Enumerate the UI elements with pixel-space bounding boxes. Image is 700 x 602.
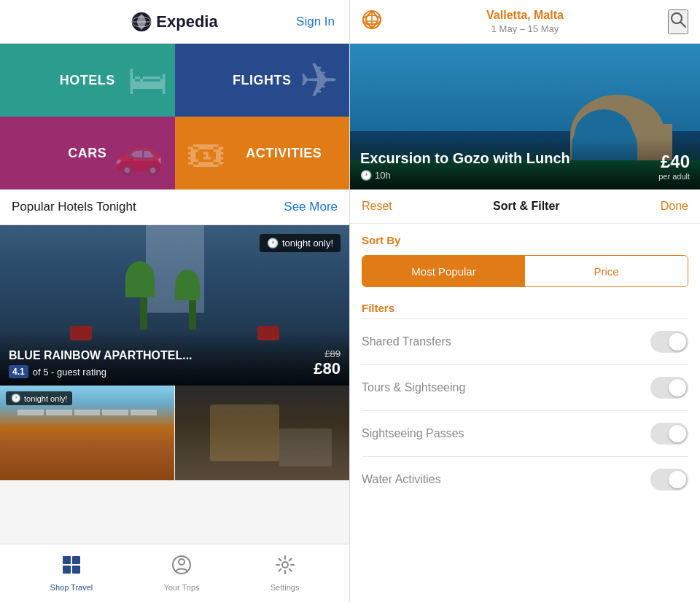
see-more-button[interactable]: See More [284,200,338,214]
filter-shared-transfers: Shared Transfers [362,318,688,364]
activities-tile[interactable]: 🎟 ACTIVITIES [175,117,350,189]
svg-rect-7 [72,566,80,574]
nav-your-trips[interactable]: Your Trips [163,555,199,592]
most-popular-label: Most Popular [411,265,475,278]
filters-label: Filters [362,302,688,314]
logo-area: Expedia [131,12,217,32]
price-per: per adult [658,172,690,181]
destination-info: Valletta, Malta 1 May – 15 May [486,9,564,34]
toggle-knob [669,333,686,351]
sightseeing-passes-label: Sightseeing Passes [362,427,464,440]
svg-rect-5 [72,556,80,564]
activity-card[interactable]: Excursion to Gozo with Lunch 🕐 10h £40 p… [350,44,700,189]
thumb-tonight-badge: 🕐 tonight only! [6,391,72,405]
tonight-only-badge: 🕐 tonight only! [260,234,341,252]
thumb-clock-icon: 🕐 [11,394,21,403]
flights-icon: ✈ [299,53,338,108]
hotels-label: HOTELS [60,73,115,88]
sort-price[interactable]: Price [525,256,688,286]
logo-text: Expedia [156,12,217,31]
hotels-tile[interactable]: 🛏 HOTELS [0,44,175,117]
activity-price: £40 per adult [658,152,690,181]
shop-travel-icon [61,555,82,580]
toggle-knob-4 [669,471,686,488]
cars-tile[interactable]: 🚗 CARS [0,117,175,189]
svg-point-9 [179,559,184,565]
svg-point-10 [282,562,288,568]
sort-toggle: Most Popular Price [362,255,688,287]
water-activities-label: Water Activities [362,473,441,486]
sort-by-label: Sort By [362,234,688,246]
app-header: Expedia Sign In [0,0,349,44]
activities-label: ACTIVITIES [246,146,322,161]
shared-transfers-toggle[interactable] [650,331,688,353]
clock-icon: 🕐 [267,238,279,249]
thumb-badge-text: tonight only! [24,394,67,403]
hotels-icon: 🛏 [128,57,168,103]
reset-button[interactable]: Reset [362,200,392,213]
sort-by-section: Sort By Most Popular Price [350,224,700,294]
right-header: Valletta, Malta 1 May – 15 May [350,0,700,44]
water-activities-toggle[interactable] [650,469,688,490]
done-button[interactable]: Done [661,200,688,213]
sightseeing-passes-toggle[interactable] [650,423,688,445]
destination-name: Valletta, Malta [486,9,564,22]
price-amount: £40 [658,152,690,172]
sort-filter-bar: Reset Sort & Filter Done [350,189,700,224]
flights-label: FLIGHTS [233,73,292,88]
flights-tile[interactable]: ✈ FLIGHTS [175,44,350,117]
hotel-thumb-2[interactable] [175,386,349,480]
hotels-list: 🕐 tonight only! BLUE RAINBOW APARTHOTEL.… [0,225,349,544]
sort-most-popular[interactable]: Most Popular [362,256,525,286]
popular-hotels-section: Popular Hotels Tonight See More [0,189,349,225]
svg-rect-4 [63,556,71,564]
filter-sightseeing-passes: Sightseeing Passes [362,410,688,456]
hotel-name: BLUE RAINBOW APARTHOTEL... [9,349,341,362]
rating-badge: 4.1 [9,365,28,378]
category-grid: 🛏 HOTELS ✈ FLIGHTS 🚗 CARS 🎟 ACTIVITIES [0,44,349,189]
cars-icon: 🚗 [114,130,164,177]
sort-filter-title: Sort & Filter [493,200,560,213]
tours-sightseeing-toggle[interactable] [650,377,688,399]
toggle-knob-2 [669,379,686,396]
hotel-price-area: £89 £80 [314,348,341,378]
filter-tours-sightseeing: Tours & Sightseeing [362,364,688,410]
shared-transfers-label: Shared Transfers [362,335,451,348]
hotel-info-overlay: BLUE RAINBOW APARTHOTEL... 4.1 of 5 - gu… [0,342,349,386]
filters-section: Filters Shared Transfers Tours & Sightse… [350,294,700,502]
discounted-price: £80 [314,359,341,378]
svg-rect-6 [63,566,71,574]
shop-travel-label: Shop Travel [50,583,93,592]
toggle-knob-3 [669,425,686,442]
settings-icon [275,555,295,580]
tonight-badge-text: tonight only! [282,238,333,249]
expedia-logo-icon [131,12,152,32]
bottom-nav: Shop Travel Your Trips Settings [0,544,349,602]
flight-icon [362,9,382,34]
your-trips-label: Your Trips [163,583,199,592]
activities-icon: 🎟 [186,130,226,176]
tours-sightseeing-label: Tours & Sightseeing [362,381,465,394]
destination-dates: 1 May – 15 May [486,23,564,34]
activity-duration: 🕐 10h [360,170,690,181]
price-label: Price [594,265,618,278]
search-button[interactable] [668,9,688,34]
main-hotel-card[interactable]: 🕐 tonight only! BLUE RAINBOW APARTHOTEL.… [0,225,349,386]
settings-label: Settings [271,583,300,592]
nav-shop-travel[interactable]: Shop Travel [50,555,93,592]
left-panel: Expedia Sign In 🛏 HOTELS ✈ FLIGHTS 🚗 CAR… [0,0,350,602]
duration-clock-icon: 🕐 [360,170,372,181]
hotel-rating: 4.1 of 5 - guest rating [9,365,341,378]
activity-title: Excursion to Gozo with Lunch [360,149,690,167]
your-trips-icon [171,555,192,580]
popular-title: Popular Hotels Tonight [12,200,136,214]
sign-in-button[interactable]: Sign In [296,15,335,29]
svg-line-15 [680,22,685,27]
nav-settings[interactable]: Settings [271,555,300,592]
duration-text: 10h [375,170,391,181]
activity-overlay: Excursion to Gozo with Lunch 🕐 10h [350,138,700,189]
hotel-thumb-1[interactable]: 🕐 tonight only! [0,386,174,480]
right-panel: Valletta, Malta 1 May – 15 May E [350,0,700,602]
cars-label: CARS [68,146,106,161]
hotel-thumbnails: 🕐 tonight only! [0,386,349,480]
